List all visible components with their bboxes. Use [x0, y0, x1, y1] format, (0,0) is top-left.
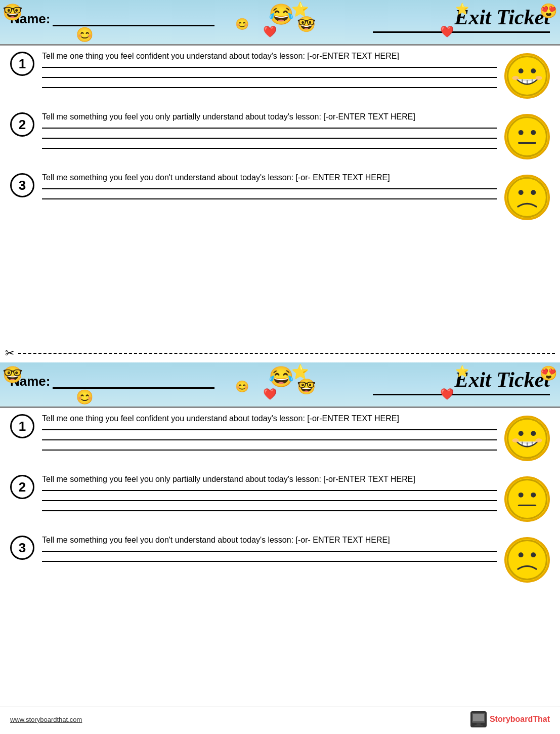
svg-point-29 — [531, 552, 536, 557]
footer: www.storyboardthat.com StoryboardThat — [0, 707, 560, 731]
answer-line-3a-bottom[interactable] — [42, 551, 497, 552]
footer-logo-text: StoryboardThat — [490, 715, 550, 724]
face-sad-top — [504, 175, 550, 220]
scissors-icon: ✂ — [5, 347, 14, 360]
answer-lines-3-top — [42, 188, 497, 199]
dashed-line — [18, 353, 555, 354]
answer-line-3b-top[interactable] — [42, 198, 497, 199]
face-neutral-top — [504, 114, 550, 159]
question-text-2-top: Tell me something you feel you only part… — [42, 111, 497, 123]
answer-line-2c-top[interactable] — [42, 148, 497, 149]
svg-point-21 — [512, 438, 519, 442]
number-circle-1-bottom: 1 — [10, 414, 34, 438]
svg-point-25 — [531, 493, 536, 498]
number-circle-2-bottom: 2 — [10, 475, 34, 499]
name-input-line-top[interactable] — [53, 12, 214, 26]
svg-rect-34 — [475, 725, 483, 726]
storyboard-logo-icon — [470, 711, 487, 727]
svg-point-2 — [531, 68, 536, 73]
svg-point-16 — [519, 431, 524, 436]
answer-lines-2-bottom — [42, 490, 497, 511]
neutral-face-svg-bottom — [506, 476, 548, 522]
questions-top: 1 Tell me one thing you feel confident y… — [0, 46, 560, 235]
number-circle-1-top: 1 — [10, 52, 34, 76]
face-sad-bottom — [504, 537, 550, 583]
answer-lines-1-bottom — [42, 429, 497, 451]
question-text-3-bottom: Tell me something you feel you don't und… — [42, 535, 497, 546]
sad-face-svg-top — [506, 175, 548, 220]
svg-point-8 — [507, 117, 546, 156]
answer-lines-1-top — [42, 67, 497, 88]
svg-point-27 — [507, 540, 546, 579]
answer-line-2a-bottom[interactable] — [42, 490, 497, 491]
question-text-2-bottom: Tell me something you feel you only part… — [42, 474, 497, 485]
svg-point-17 — [531, 431, 536, 436]
question-row-1-top: 1 Tell me one thing you feel confident y… — [10, 51, 550, 99]
svg-point-13 — [519, 190, 524, 195]
header-top: 🤓 😂 ⭐ 🤓 😊 ❤️ ❤️ ⭐ 😍 😊 Name: Exit Ticket — [0, 0, 560, 46]
question-text-area-1-bottom: Tell me one thing you feel confident you… — [42, 413, 497, 460]
svg-point-23 — [507, 479, 546, 518]
answer-line-1a-bottom[interactable] — [42, 429, 497, 430]
exit-ticket-title-top: Exit Ticket — [373, 5, 550, 33]
question-text-3-top: Tell me something you feel you don't und… — [42, 172, 497, 183]
question-row-2-top: 2 Tell me something you feel you only pa… — [10, 111, 550, 159]
question-row-3-top: 3 Tell me something you feel you don't u… — [10, 172, 550, 220]
svg-point-15 — [507, 419, 546, 458]
answer-line-2c-bottom[interactable] — [42, 510, 497, 511]
answer-line-2b-top[interactable] — [42, 138, 497, 139]
happy-face-svg-top — [506, 53, 548, 99]
question-text-area-3-bottom: Tell me something you feel you don't und… — [42, 535, 497, 571]
name-field-top: Name: — [10, 11, 214, 27]
answer-lines-3-bottom — [42, 551, 497, 562]
question-text-1-bottom: Tell me one thing you feel confident you… — [42, 413, 497, 424]
svg-rect-32 — [473, 714, 484, 721]
answer-line-2b-bottom[interactable] — [42, 500, 497, 501]
header-bottom: 🤓 😂 ⭐ 🤓 😊 ❤️ ❤️ ⭐ 😍 😊 Name: Exit Ticket — [0, 362, 560, 408]
exit-ticket-title-bottom: Exit Ticket — [373, 368, 550, 395]
face-happy-bottom — [504, 416, 550, 461]
answer-line-1c-top[interactable] — [42, 87, 497, 88]
question-text-area-2-bottom: Tell me something you feel you only part… — [42, 474, 497, 520]
face-neutral-bottom — [504, 476, 550, 522]
answer-line-3a-top[interactable] — [42, 188, 497, 189]
footer-logo: StoryboardThat — [470, 711, 550, 727]
question-text-area-2-top: Tell me something you feel you only part… — [42, 111, 497, 158]
answer-line-1c-bottom[interactable] — [42, 450, 497, 451]
name-label-bottom: Name: — [10, 374, 50, 389]
name-label-top: Name: — [10, 11, 50, 27]
cut-line: ✂ — [0, 347, 560, 360]
question-row-1-bottom: 1 Tell me one thing you feel confident y… — [10, 413, 550, 461]
svg-point-22 — [535, 438, 542, 442]
answer-line-1b-bottom[interactable] — [42, 439, 497, 440]
svg-point-12 — [507, 178, 546, 217]
svg-point-1 — [519, 68, 524, 73]
face-happy-top — [504, 53, 550, 99]
svg-point-14 — [531, 190, 536, 195]
question-row-2-bottom: 2 Tell me something you feel you only pa… — [10, 474, 550, 522]
name-field-bottom: Name: — [10, 374, 214, 389]
header-inner-top: Name: Exit Ticket — [10, 5, 550, 33]
svg-point-7 — [535, 76, 542, 80]
footer-url: www.storyboardthat.com — [10, 716, 82, 723]
question-text-area-1-top: Tell me one thing you feel confident you… — [42, 51, 497, 97]
neutral-face-svg-top — [506, 114, 548, 159]
questions-bottom: 1 Tell me one thing you feel confident y… — [0, 408, 560, 598]
answer-line-1a-top[interactable] — [42, 67, 497, 68]
name-input-line-bottom[interactable] — [53, 375, 214, 389]
svg-point-0 — [507, 56, 546, 95]
sad-face-svg-bottom — [506, 537, 548, 583]
svg-point-10 — [531, 130, 536, 135]
svg-point-6 — [512, 76, 519, 80]
answer-line-3b-bottom[interactable] — [42, 561, 497, 562]
answer-line-1b-top[interactable] — [42, 77, 497, 78]
page: 🤓 😂 ⭐ 🤓 😊 ❤️ ❤️ ⭐ 😍 😊 Name: Exit Ticket — [0, 0, 560, 731]
number-circle-3-bottom: 3 — [10, 536, 34, 560]
number-circle-3-top: 3 — [10, 173, 34, 197]
svg-point-28 — [519, 552, 524, 557]
bottom-half: 🤓 😂 ⭐ 🤓 😊 ❤️ ❤️ ⭐ 😍 😊 Name: Exit Ticket — [0, 362, 560, 707]
question-row-3-bottom: 3 Tell me something you feel you don't u… — [10, 535, 550, 583]
question-text-area-3-top: Tell me something you feel you don't und… — [42, 172, 497, 209]
number-circle-2-top: 2 — [10, 112, 34, 137]
answer-line-2a-top[interactable] — [42, 128, 497, 129]
